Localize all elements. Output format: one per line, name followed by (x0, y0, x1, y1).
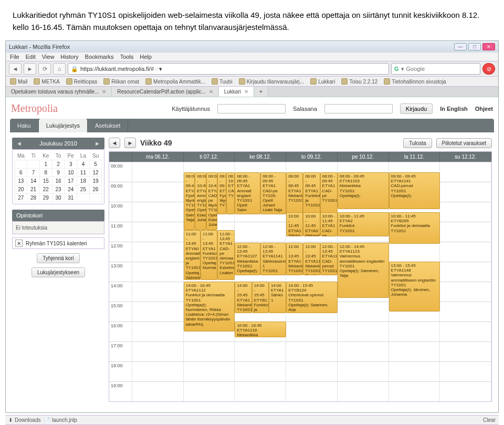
forward-button[interactable]: ► (24, 63, 36, 75)
cal-day[interactable]: 12 (89, 168, 102, 177)
password-input[interactable] (324, 104, 393, 113)
cal-day[interactable] (15, 160, 28, 169)
cal-day[interactable]: 17 (64, 177, 77, 185)
cal-day[interactable]: 23 (52, 185, 65, 194)
week-prev-button[interactable]: ◄ (109, 138, 120, 148)
cal-day[interactable] (27, 160, 40, 169)
event[interactable]: 11:00 - 13:45ETYA1FunktiotTY10S1OpettajN… (201, 230, 217, 280)
event[interactable]: 14:00 - 15:45ETYB124Orientoivat opinnotT… (286, 282, 338, 313)
menu-file[interactable]: File (10, 54, 19, 60)
bookmark-item[interactable]: Toisu 2.2.12 (341, 78, 377, 85)
menu-help[interactable]: Help (140, 54, 152, 60)
event[interactable]: 14:00 - 15:45ETYA1MekaniiTY10S1 (235, 282, 251, 313)
cal-day[interactable]: 10 (64, 168, 77, 177)
browser-tab[interactable]: Opetuksen toistuva varaus ryhmälle...✕ (6, 87, 112, 97)
event[interactable]: 10:00 - 11:45ETYA2FunktiotTY10S1 (338, 212, 389, 236)
bookmark-item[interactable]: Kirjaudu tilanvarausjärj... (239, 78, 304, 85)
back-button[interactable]: ◄ (9, 63, 22, 75)
cal-day[interactable]: 20 (15, 185, 28, 194)
event[interactable]: 10:00 - 11:45ETYA0MekaniiTY10S1 (303, 212, 320, 236)
hidden-bookings-button[interactable]: Piilotetut varaukset (436, 138, 492, 148)
bookmark-item[interactable]: Reittiopas (66, 78, 97, 85)
menu-view[interactable]: View (42, 54, 55, 60)
app-tab[interactable]: Lukujärjestys (39, 119, 88, 132)
app-tab[interactable]: Asetukset (88, 119, 128, 132)
cal-day[interactable]: 4 (77, 160, 90, 169)
cal-day[interactable] (77, 193, 90, 202)
event[interactable]: 08:00 - 09:45ETYA1MekaniiTY10S1 (286, 172, 303, 214)
language-link[interactable]: In English (440, 106, 468, 112)
downloads-button[interactable]: ⬇ Downloads (8, 417, 40, 423)
cal-day[interactable]: 21 (27, 185, 40, 194)
url-bar[interactable]: 🔒https://lukkarit.metropolia.fi/#☆▾ (68, 63, 389, 75)
cal-day[interactable]: 15 (39, 177, 52, 185)
menu-history[interactable]: History (60, 54, 78, 60)
event[interactable]: 10:00 - 11:45ETYA1Sähkö1 (286, 212, 303, 236)
cal-day[interactable]: 8 (39, 168, 52, 177)
browser-tab[interactable]: ResourceCalendarPdf.action (applic...✕ (112, 87, 218, 97)
event[interactable]: 08:00 - 10:45ETYA1CAD-petäydentaTY10S1Op… (206, 172, 217, 230)
cal-day[interactable]: 11 (77, 168, 90, 177)
event[interactable]: 08:00 - 09:45ETYA1141CAD-perustTY10S1Ope… (389, 172, 440, 209)
bookmark-item[interactable]: Riikan omat (103, 78, 139, 85)
cal-day[interactable]: 31 (64, 193, 77, 202)
cal-day[interactable]: 13 (15, 177, 28, 185)
week-next-button[interactable]: ► (124, 138, 136, 148)
clear-basket-button[interactable]: Tyhjennä kori (37, 253, 79, 263)
app-tab[interactable]: Haku (10, 119, 39, 132)
event[interactable]: 14:00 - 16:45ETYA1112Funktiot ja derivaa… (184, 282, 235, 331)
cal-day[interactable]: 25 (77, 185, 90, 194)
event[interactable]: 08:00 - 09:45ETYA1103MekaniikkaTY10S1Ope… (338, 172, 389, 209)
print-button[interactable]: Tulosta (403, 138, 432, 148)
tab-close-icon[interactable]: ✕ (102, 89, 106, 95)
home-button[interactable]: ⌂ (53, 63, 66, 75)
cal-day[interactable] (89, 193, 102, 202)
cal-day[interactable]: 14 (27, 177, 40, 185)
event[interactable]: 08:00 - 09:45ETYAFysiiktäydeTY10 (217, 172, 226, 214)
bookmark-item[interactable]: Lukkari (310, 78, 335, 85)
search-box[interactable]: G▾ Google (391, 63, 480, 75)
cal-day[interactable]: 28 (27, 193, 40, 202)
cal-day[interactable]: 1 (39, 160, 52, 169)
cal-day[interactable]: 7 (27, 168, 40, 177)
bookmark-star-icon[interactable]: ☆ (154, 66, 159, 72)
cal-day[interactable]: 2 (52, 160, 65, 169)
cal-day[interactable]: 19 (89, 177, 102, 185)
event[interactable]: 14:00 - 15:45ETYB1Funktiotja (252, 282, 269, 313)
to-timetable-button[interactable]: Lukujärjestykseen (32, 267, 85, 277)
menu-bookmarks[interactable]: Bookmarks (85, 54, 114, 60)
browser-tab[interactable]: Lukkari✕ (219, 87, 254, 97)
event[interactable]: 11:00 - 13:45ETYA0Ammattenglant jaTY10S1… (184, 230, 201, 280)
abp-icon[interactable]: ⊘ (482, 63, 495, 75)
event[interactable]: 08:00 - 09:45ETYA1AmmattenglantTY10S1Ope… (235, 172, 260, 214)
event[interactable]: 10:00 - 11:45ETYA1CAD-peTY10S1 (320, 212, 338, 236)
cal-day[interactable]: 26 (89, 185, 102, 194)
event[interactable]: 11:00 - 13:45ETYA1CAD-pederivaaTY10S1Esk… (217, 230, 235, 280)
close-button[interactable]: ✕ (482, 43, 495, 50)
login-button[interactable]: Kirjaudu (400, 103, 433, 114)
cal-day[interactable]: 24 (64, 185, 77, 194)
clear-downloads[interactable]: Clear (483, 417, 496, 423)
cal-day[interactable]: 29 (39, 193, 52, 202)
cal-day[interactable]: 3 (64, 160, 77, 169)
event[interactable]: 13:00 - 15:45ETYA1148Valmennus ammatilli… (389, 262, 440, 312)
event[interactable]: 08:00 - 10:45ETYA0AmmattenglantTY10S1Ope… (195, 172, 206, 230)
cal-day[interactable]: 30 (52, 193, 65, 202)
bookmark-item[interactable]: Tuubi (212, 78, 233, 85)
cal-next-icon[interactable]: ► (94, 140, 100, 147)
mini-calendar[interactable]: MaTiKeToPeLaSu 1234567891011121314151617… (12, 149, 104, 204)
event[interactable]: 12:00 - 13:45ETYA1121MekaniikkaTY10S1Ope… (303, 243, 320, 275)
new-tab-button[interactable]: + (254, 87, 268, 97)
event[interactable]: 10:00 - 11:45ETYB205Funktiot ja derivaat… (389, 212, 440, 244)
username-input[interactable] (217, 104, 286, 113)
cal-day[interactable]: 5 (89, 160, 102, 169)
cal-day[interactable]: 22 (39, 185, 52, 194)
bookmark-item[interactable]: Tietohallinnon sivustoja (384, 78, 446, 85)
bookmark-item[interactable]: METKA (34, 78, 59, 85)
cal-day[interactable]: 6 (15, 168, 28, 177)
cal-day[interactable]: 18 (77, 177, 90, 185)
maximize-button[interactable]: □ (468, 43, 481, 50)
minimize-button[interactable]: — (454, 43, 467, 50)
event[interactable]: 12:00 - 13:45ETYA1127MekaniikkaTY10S1Ope… (235, 243, 260, 275)
cal-day[interactable]: 9 (52, 168, 65, 177)
